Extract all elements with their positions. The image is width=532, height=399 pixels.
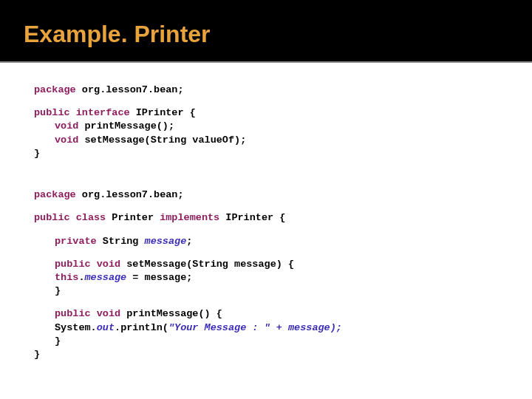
field-message: message [145, 236, 187, 247]
code-line: System.out.println("Your Message : " + m… [34, 321, 532, 335]
plus-op: + [270, 322, 288, 333]
package-name: org.lesson7.bean; [82, 189, 184, 200]
semicolon: ; [186, 236, 192, 247]
println-open: .println( [115, 322, 168, 333]
keyword-package: package [34, 189, 76, 200]
code-block-interface: package org.lesson7.bean; public interfa… [34, 83, 532, 160]
slide-header: Example. Printer [0, 0, 532, 63]
keyword-void: void [97, 308, 120, 319]
keyword-public: public [55, 308, 91, 319]
keyword-implements: implements [160, 212, 219, 223]
dot: . [78, 272, 84, 283]
field-message: message [288, 322, 330, 333]
string-literal: "Your Message : " [168, 322, 270, 333]
code-block-class: package org.lesson7.bean; public class P… [34, 188, 532, 361]
code-line: package org.lesson7.bean; [34, 83, 532, 97]
code-line: } [34, 147, 532, 160]
method-sig: printMessage(); [85, 120, 175, 132]
code-line: } [34, 348, 532, 361]
method-sig: setMessage(String message) { [126, 259, 294, 270]
println-close: ); [330, 322, 342, 333]
keyword-interface: interface [76, 107, 130, 118]
field-message: message [85, 272, 127, 283]
keyword-public: public [55, 259, 91, 270]
keyword-this: this [55, 272, 78, 283]
keyword-private: private [55, 236, 97, 247]
interface-name: IPrinter { [136, 107, 196, 118]
implements-name: IPrinter { [225, 212, 285, 223]
field-out: out [97, 322, 115, 333]
code-content: package org.lesson7.bean; public interfa… [0, 63, 532, 361]
code-line: public void setMessage(String message) { [34, 258, 532, 271]
keyword-package: package [34, 84, 76, 95]
keyword-void: void [55, 120, 78, 132]
method-sig: printMessage() { [126, 308, 222, 319]
code-line: public class Printer implements IPrinter… [34, 211, 532, 225]
keyword-public: public [34, 212, 70, 223]
class-name: Printer [112, 212, 154, 223]
keyword-public: public [34, 107, 70, 118]
code-line: void printMessage(); [34, 120, 532, 133]
method-sig: setMessage(String valueOf); [85, 134, 247, 146]
keyword-void: void [55, 134, 78, 146]
code-line: void setMessage(String valueOf); [34, 134, 532, 147]
type-string: String [103, 236, 139, 247]
code-line: } [34, 284, 532, 298]
code-line: this.message = message; [34, 271, 532, 284]
code-line: } [34, 335, 532, 348]
code-line: package org.lesson7.bean; [34, 188, 532, 202]
system: System. [55, 322, 97, 333]
code-line: public interface IPrinter { [34, 106, 532, 120]
slide-title: Example. Printer [24, 21, 532, 48]
package-name: org.lesson7.bean; [82, 84, 184, 95]
keyword-class: class [76, 212, 106, 223]
assign-rest: = message; [126, 272, 192, 283]
code-line: private String message; [34, 235, 532, 248]
code-line: public void printMessage() { [34, 307, 532, 321]
keyword-void: void [97, 259, 120, 270]
